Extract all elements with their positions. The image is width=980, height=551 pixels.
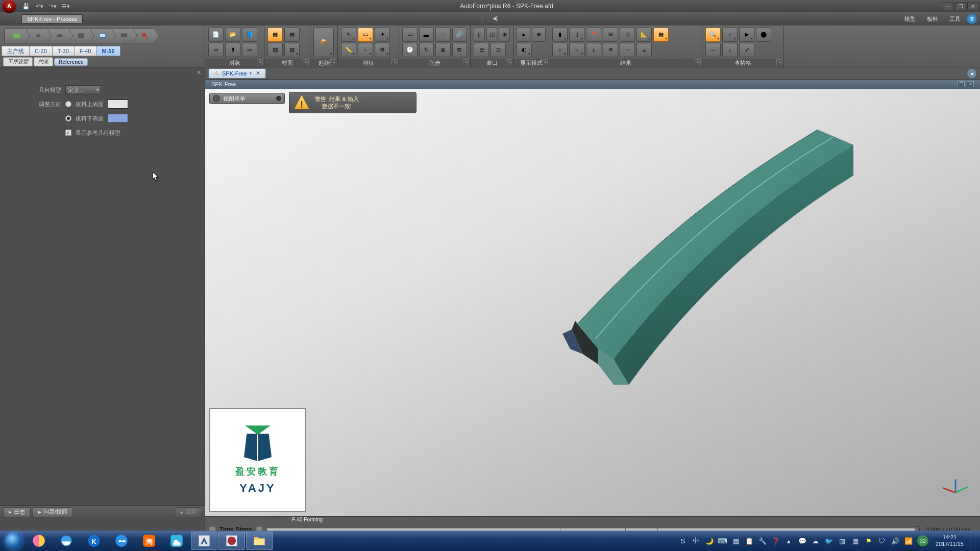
tray-icon[interactable]: 🐦: [824, 536, 834, 545]
minimize-button[interactable]: —: [943, 2, 954, 10]
r9-button[interactable]: ○: [569, 43, 584, 57]
show-desktop-button[interactable]: [970, 532, 975, 550]
ie-icon[interactable]: [53, 532, 80, 550]
tray-icon[interactable]: ▦: [851, 536, 860, 545]
tray-icon[interactable]: 🌙: [705, 536, 714, 545]
baiduyun-icon[interactable]: [108, 532, 135, 550]
tray-icon[interactable]: 📋: [745, 536, 754, 545]
gr1-button[interactable]: 🔍: [705, 28, 721, 42]
r7-button[interactable]: ▦: [653, 28, 669, 42]
menu-model[interactable]: 模型: [899, 13, 921, 25]
obj-box-button[interactable]: ▭: [242, 43, 257, 57]
obj-plane-button[interactable]: ▱: [208, 43, 224, 57]
tray-icon[interactable]: 🛡: [877, 536, 887, 545]
expand-icon[interactable]: ↘: [695, 59, 701, 65]
qat-drop-icon[interactable]: ☰▾: [61, 2, 70, 11]
f5-button[interactable]: ▫: [358, 43, 373, 57]
op-tab-main[interactable]: 主产线: [2, 46, 30, 56]
obj-book-button[interactable]: 📘: [242, 28, 257, 42]
grip-icon[interactable]: ⋮: [478, 16, 486, 22]
sec-1-button[interactable]: ▦: [267, 28, 283, 42]
d3-button[interactable]: ◐: [517, 43, 532, 57]
g7-button[interactable]: ≣: [435, 43, 451, 57]
f2-button[interactable]: ▭: [358, 28, 373, 42]
doc-tab-close-icon[interactable]: ✕: [256, 70, 260, 77]
document-label[interactable]: SPK-Free - Process: [21, 14, 83, 23]
view-max-icon[interactable]: ❐: [958, 81, 965, 87]
r11-button[interactable]: ≋: [603, 43, 618, 57]
redo-icon[interactable]: ↷▾: [48, 2, 57, 11]
subtab-process[interactable]: 工序设置: [3, 57, 33, 66]
3d-viewport[interactable]: 视图表单 ! 警告: 结果 & 输入数据不一致!: [205, 89, 980, 516]
view-list-toggle-icon[interactable]: [276, 96, 281, 101]
cloud-app-icon[interactable]: [163, 532, 190, 550]
app-1-icon[interactable]: [26, 532, 52, 550]
w2-button[interactable]: ◫: [486, 28, 498, 42]
expand-icon[interactable]: ↘: [542, 59, 548, 65]
sec-4-button[interactable]: ▧: [284, 43, 300, 57]
tray-icon[interactable]: ⚑: [864, 536, 873, 545]
obj-up-button[interactable]: ⬆: [225, 43, 240, 57]
add-view-button[interactable]: ✦: [967, 68, 977, 79]
tray-icon[interactable]: 🔧: [758, 536, 767, 545]
apply-button[interactable]: ● 应用: [174, 507, 202, 517]
expand-icon[interactable]: ↘: [257, 59, 263, 65]
undo-icon[interactable]: ↶▾: [35, 2, 44, 11]
r2-button[interactable]: ▯: [569, 28, 584, 42]
gr7-button[interactable]: ⤢: [739, 43, 754, 57]
showref-checkbox[interactable]: ✓: [65, 130, 71, 136]
geom-combo[interactable]: 定义...: [65, 85, 101, 94]
autoform-2-icon[interactable]: [218, 532, 245, 550]
tray-icon[interactable]: ▦: [731, 536, 741, 545]
subtab-reference[interactable]: Reference: [54, 58, 88, 66]
expand-icon[interactable]: ↘: [391, 59, 398, 65]
op-tab-c20[interactable]: C-20: [29, 46, 53, 56]
g5-button[interactable]: 🕐: [402, 43, 418, 57]
w4-button[interactable]: ⊟: [474, 43, 489, 57]
tray-icon[interactable]: ☁: [811, 536, 820, 545]
gr3-button[interactable]: ▶: [739, 28, 754, 42]
help-icon[interactable]: ?: [967, 14, 977, 24]
gr6-button[interactable]: ↕: [722, 43, 738, 57]
document-tab[interactable]: ⚠ SPK-Free ▾ ✕: [208, 68, 266, 79]
lower-radio[interactable]: [65, 115, 71, 121]
lower-color-swatch[interactable]: [108, 114, 128, 123]
r4-button[interactable]: ✉: [603, 28, 618, 42]
sec-3-button[interactable]: ▥: [267, 43, 283, 57]
network-icon[interactable]: 📶: [904, 536, 913, 545]
gr2-button[interactable]: ↑: [722, 28, 738, 42]
start-button[interactable]: [2, 531, 26, 551]
close-button[interactable]: ✕: [967, 2, 978, 10]
r3-button[interactable]: 📍: [586, 28, 601, 42]
obj-open-button[interactable]: 📂: [225, 28, 240, 42]
orientation-triad[interactable]: [940, 477, 971, 507]
subtab-constraint[interactable]: 约束: [34, 57, 53, 66]
volume-icon[interactable]: 🔊: [891, 536, 900, 545]
tray-icon[interactable]: ⌨: [718, 536, 727, 545]
gr4-button[interactable]: ⬤: [756, 28, 771, 42]
log-button[interactable]: ▸ 日志: [3, 507, 31, 517]
pin-icon[interactable]: ⮜: [492, 16, 500, 22]
tray-icon[interactable]: 💬: [798, 536, 807, 545]
r5-button[interactable]: ⊡: [620, 28, 635, 42]
tray-expand-icon[interactable]: ▴: [785, 536, 794, 545]
expand-icon[interactable]: ↘: [330, 59, 336, 65]
op-tab-m50[interactable]: M-50: [96, 46, 120, 56]
autoform-1-icon[interactable]: [191, 532, 217, 550]
f4-button[interactable]: 📏: [341, 43, 356, 57]
expand-icon[interactable]: ↘: [776, 59, 782, 65]
d1-button[interactable]: ●: [517, 28, 530, 42]
g2-button[interactable]: ▬: [419, 28, 434, 42]
upper-color-swatch[interactable]: [108, 99, 128, 109]
tray-icon[interactable]: S: [678, 536, 688, 545]
r1-button[interactable]: ▮: [552, 28, 568, 42]
upper-radio[interactable]: [65, 101, 71, 107]
g6-button[interactable]: ↻: [419, 43, 434, 57]
obj-new-button[interactable]: 📄: [208, 28, 224, 42]
tray-icon[interactable]: ❓: [771, 536, 780, 545]
view-list-dropdown[interactable]: 视图表单: [209, 93, 285, 104]
d2-button[interactable]: ⊕: [532, 28, 546, 42]
flow-open-button[interactable]: [4, 28, 30, 43]
r12-button[interactable]: 〰: [620, 43, 635, 57]
menu-tool[interactable]: 工具: [944, 13, 966, 25]
